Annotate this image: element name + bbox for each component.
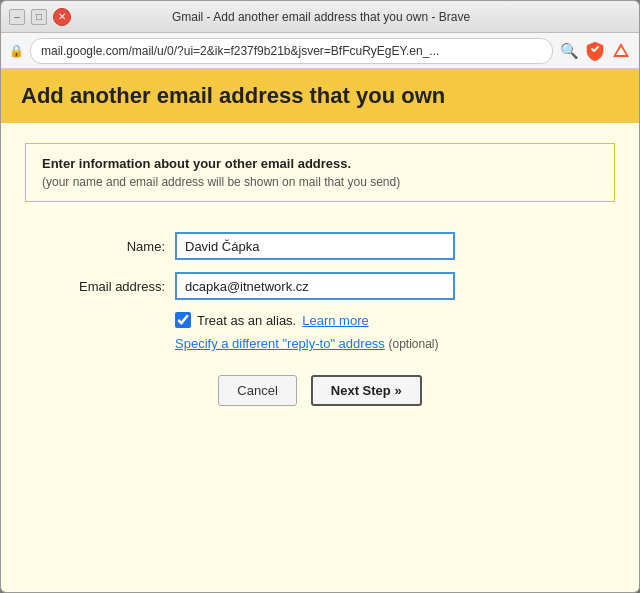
alias-checkbox-row: Treat as an alias. Learn more bbox=[55, 312, 585, 328]
window-controls: – □ ✕ bbox=[9, 8, 71, 26]
info-title: Enter information about your other email… bbox=[42, 156, 598, 171]
cancel-button[interactable]: Cancel bbox=[218, 375, 296, 406]
alias-checkbox[interactable] bbox=[175, 312, 191, 328]
window-title: Gmail - Add another email address that y… bbox=[71, 10, 571, 24]
email-input[interactable] bbox=[175, 272, 455, 300]
browser-icons: 🔍 bbox=[559, 41, 631, 61]
learn-more-link[interactable]: Learn more bbox=[302, 313, 368, 328]
reply-to-link[interactable]: Specify a different "reply-to" address bbox=[175, 336, 385, 351]
page-header: Add another email address that you own bbox=[1, 69, 639, 123]
brave-shield-icon[interactable] bbox=[585, 41, 605, 61]
page-title: Add another email address that you own bbox=[21, 83, 619, 109]
lock-icon: 🔒 bbox=[9, 44, 24, 58]
address-bar: 🔒 mail.google.com/mail/u/0/?ui=2&ik=f237… bbox=[1, 33, 639, 69]
alias-label: Treat as an alias. bbox=[197, 313, 296, 328]
name-label: Name: bbox=[55, 239, 165, 254]
next-step-button[interactable]: Next Step » bbox=[311, 375, 422, 406]
title-bar: – □ ✕ Gmail - Add another email address … bbox=[1, 1, 639, 33]
url-field[interactable]: mail.google.com/mail/u/0/?ui=2&ik=f237f9… bbox=[30, 38, 553, 64]
search-icon[interactable]: 🔍 bbox=[559, 41, 579, 61]
info-box: Enter information about your other email… bbox=[25, 143, 615, 202]
minimize-button[interactable]: – bbox=[9, 9, 25, 25]
page-body: Enter information about your other email… bbox=[1, 123, 639, 436]
form-area: Name: Email address: Treat as an alias. … bbox=[25, 222, 615, 416]
name-input[interactable] bbox=[175, 232, 455, 260]
maximize-button[interactable]: □ bbox=[31, 9, 47, 25]
button-row: Cancel Next Step » bbox=[55, 375, 585, 406]
email-row: Email address: bbox=[55, 272, 585, 300]
optional-text: (optional) bbox=[389, 337, 439, 351]
info-subtitle: (your name and email address will be sho… bbox=[42, 175, 598, 189]
brave-logo-icon[interactable] bbox=[611, 41, 631, 61]
name-row: Name: bbox=[55, 232, 585, 260]
close-button[interactable]: ✕ bbox=[53, 8, 71, 26]
browser-window: – □ ✕ Gmail - Add another email address … bbox=[0, 0, 640, 593]
page-content: Add another email address that you own E… bbox=[1, 69, 639, 592]
email-label: Email address: bbox=[55, 279, 165, 294]
reply-to-row: Specify a different "reply-to" address (… bbox=[55, 336, 585, 351]
